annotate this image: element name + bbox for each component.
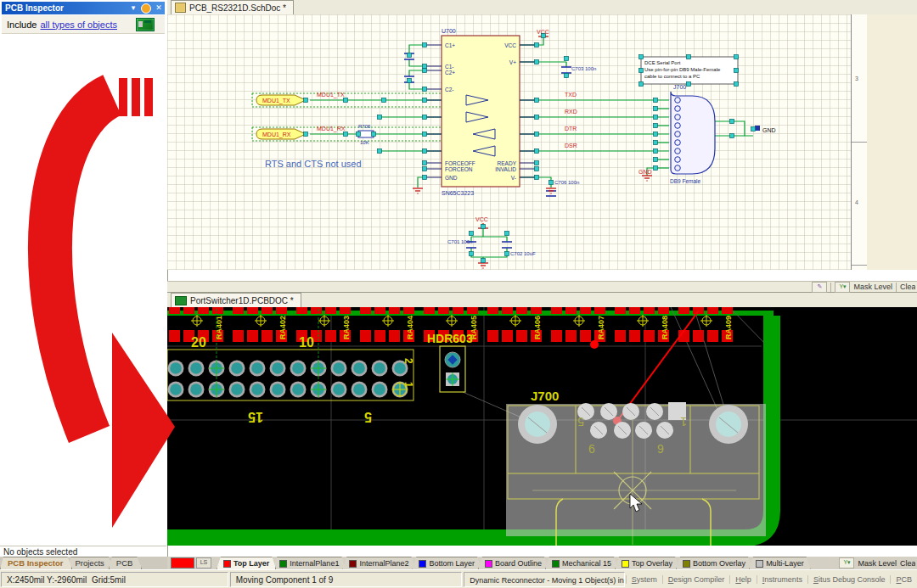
pcb-drawing: RA401RA402RA403RA404RA405RA406RA407RA408… [167, 307, 917, 546]
layer-tab-internalplane1[interactable]: InternalPlane1 [273, 557, 346, 569]
close-icon[interactable]: ✕ [154, 3, 164, 13]
svg-text:10K: 10K [360, 140, 369, 145]
layer-tab-mechanical15[interactable]: Mechanical 15 [545, 557, 618, 569]
pencil-icon[interactable]: ✎ [812, 282, 827, 293]
j700-label: J700 [531, 389, 559, 403]
ic-symbol[interactable]: C1+ C1- C2+ C2- FORCEOFF FORCEON GND VCC… [425, 28, 537, 196]
no-objects-text: No objects selected [0, 546, 166, 557]
include-types-link[interactable]: all types of objects [40, 20, 117, 30]
moving-status: Moving Component 1 of 9 [230, 572, 463, 587]
layer-tab-internalplane2[interactable]: InternalPlane2 [342, 557, 415, 569]
tab-pcb[interactable]: PCB [109, 557, 143, 569]
ic-designator: U700 [442, 28, 456, 34]
status-bar: X:2450mil Y:-2960mil Grid:5mil Moving Co… [0, 569, 917, 588]
menu-instruments[interactable]: Instruments [757, 575, 807, 584]
tab-pcb-inspector[interactable]: PCB Inspector [0, 557, 72, 569]
port-mdu1-rx[interactable]: MDU1_RX [256, 129, 306, 139]
svg-text:GND: GND [445, 175, 458, 181]
svg-text:C702 10uF: C702 10uF [510, 251, 536, 256]
svg-text:VCC: VCC [504, 42, 516, 48]
svg-text:FORCEOFF: FORCEOFF [445, 160, 475, 166]
svg-text:READY: READY [498, 160, 517, 166]
pin-icon[interactable] [141, 3, 151, 14]
pin-number-10: 10 [299, 335, 314, 350]
j700-footprint[interactable]: 5 1 6 9 [506, 402, 766, 546]
include-label: Include [7, 20, 37, 30]
menu-situs-debug-console[interactable]: Situs Debug Console [807, 575, 891, 584]
svg-text:C706 100n: C706 100n [554, 180, 579, 185]
j700-pin5-label: 5 [577, 415, 584, 428]
schematic-canvas[interactable]: 3 4 [167, 14, 917, 270]
svg-text:GND: GND [762, 127, 776, 133]
editor-backdrop [867, 14, 917, 270]
layer-tab-top-layer[interactable]: Top Layer [217, 557, 276, 569]
svg-text:RA404: RA404 [406, 316, 414, 339]
layer-tab-board-outline[interactable]: Board Outline [478, 557, 549, 569]
menu-system[interactable]: System [626, 575, 662, 584]
pcb-board-icon [136, 18, 155, 31]
svg-text:RA409: RA409 [724, 316, 733, 339]
layer-tab-bottom-layer[interactable]: Bottom Layer [412, 557, 481, 569]
pin-number-1: 1 [402, 382, 414, 388]
inspector-titlebar-buttons: ▾ ✕ [128, 2, 164, 14]
pcb-doc-tab[interactable]: PortSwitcher1D.PCBDOC * [171, 293, 301, 307]
layer-color-chip [349, 560, 357, 568]
schematic-doc-tab[interactable]: PCB_RS2321D.SchDoc * [171, 0, 294, 14]
hdr603-footprint[interactable]: HDR603 [427, 332, 473, 392]
header-footprint[interactable]: 20 10 15 5 2 1 [167, 309, 414, 424]
inspector-title: PCB Inspector [5, 3, 64, 13]
svg-text:C2+: C2+ [445, 70, 455, 76]
svg-text:RA403: RA403 [342, 316, 351, 339]
layer-tab-top-overlay[interactable]: Top Overlay [615, 557, 679, 569]
note-box[interactable]: DCE Serial Port Use pin-for-pin DB9 Male… [641, 57, 738, 84]
mask-level-button[interactable]: Mask Level [858, 559, 897, 568]
mask-level-button[interactable]: Mask Level [853, 283, 892, 291]
pin-number-20: 20 [191, 335, 206, 350]
svg-text:cable to connect to a PC: cable to connect to a PC [644, 74, 700, 79]
chevron-down-icon[interactable]: ▾ [128, 3, 138, 13]
schdoc-icon [175, 3, 186, 13]
layer-color-chip [622, 560, 629, 568]
port-mdu1-tx[interactable]: MDU1_TX [256, 95, 306, 105]
include-row: Include all types of objects [2, 15, 165, 34]
pcb-tabbar: PortSwitcher1D.PCBDOC * [167, 293, 917, 308]
db9-connector[interactable]: J700 DB9 Female GND [670, 84, 776, 184]
panel-tabs: PCB Inspector Projects PCB [0, 557, 167, 569]
svg-text:MDU1_TX: MDU1_TX [262, 98, 290, 104]
clear-button[interactable]: Clear [900, 283, 915, 291]
layer-tab-bar: LS Top Layer InternalPlane1 InternalPlan… [167, 557, 917, 569]
filter-icon[interactable]: Y▾ [839, 557, 854, 568]
svg-text:C703 100n: C703 100n [571, 66, 596, 71]
svg-text:INVALID: INVALID [495, 166, 516, 172]
svg-text:Use pin-for-pin DB9 Male-Femal: Use pin-for-pin DB9 Male-Female [644, 67, 721, 72]
svg-text:DSR: DSR [565, 143, 577, 148]
hdr603-label: HDR603 [427, 332, 473, 345]
layer-color-chip [683, 560, 690, 568]
layer-tab-bottom-overlay[interactable]: Bottom Overlay [676, 557, 752, 569]
status-menus: System Design Compiler Help Instruments … [626, 571, 917, 588]
application-window: PCB Inspector ▾ ✕ Include all types of o… [0, 0, 917, 588]
pin-number-15: 15 [248, 410, 263, 424]
current-layer-swatch[interactable] [171, 557, 194, 568]
filter-icon[interactable]: Y▾ [835, 282, 850, 293]
menu-design-compiler[interactable]: Design Compiler [662, 575, 730, 584]
svg-text:TXD: TXD [565, 92, 577, 98]
pcb-canvas[interactable]: RA401RA402RA403RA404RA405RA406RA407RA408… [167, 307, 917, 546]
svg-text:FORCEON: FORCEON [445, 166, 473, 172]
j700-pin9-label: 9 [657, 442, 664, 456]
svg-text:R706: R706 [358, 124, 371, 129]
layer-tab-multi-layer[interactable]: Multi-Layer [749, 557, 811, 569]
svg-text:RA408: RA408 [661, 316, 669, 339]
svg-text:MDU1_RX: MDU1_RX [262, 132, 291, 138]
pin-number-5: 5 [364, 410, 372, 424]
menu-help[interactable]: Help [729, 575, 757, 584]
layer-sets-button[interactable]: LS [196, 557, 211, 568]
svg-text:RA406: RA406 [533, 316, 542, 339]
menu-pcb[interactable]: PCB [890, 575, 917, 584]
schematic-tabbar: PCB_RS2321D.SchDoc * [167, 0, 917, 15]
tab-projects[interactable]: Projects [67, 557, 113, 569]
clear-button[interactable]: Clear [900, 559, 915, 568]
db9-type-label: DB9 Female [670, 178, 701, 184]
schematic-toolstrip: ✎ Y▾ Mask Level Clear [167, 281, 917, 293]
svg-text:DTR: DTR [565, 126, 577, 132]
